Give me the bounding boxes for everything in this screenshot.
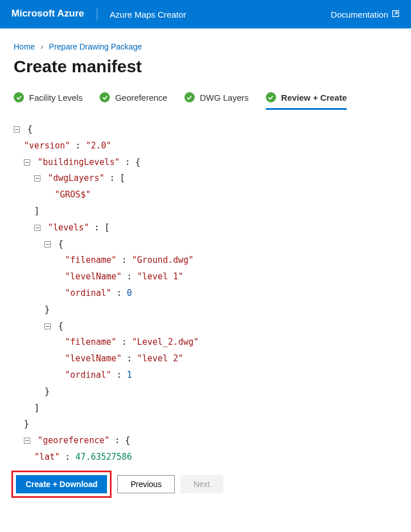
collapse-icon[interactable]: − — [24, 438, 30, 444]
json-value: "level 1" — [137, 271, 183, 282]
json-value: 47.63527586 — [75, 452, 131, 462]
tab-label: Facility Levels — [29, 93, 83, 102]
tab-georeference[interactable]: Georeference — [100, 86, 167, 110]
wizard-footer: Create + Download Previous Next — [0, 465, 411, 508]
highlight-box: Create + Download — [11, 471, 112, 498]
wizard-tabs: Facility Levels Georeference DWG Layers … — [0, 86, 411, 113]
app-label: Azure Maps Creator — [97, 10, 186, 19]
top-header: Microsoft Azure Azure Maps Creator Docum… — [0, 0, 411, 28]
breadcrumb: Home › Prepare Drawing Package — [0, 28, 411, 57]
brand-label: Microsoft Azure — [11, 8, 97, 20]
tab-facility-levels[interactable]: Facility Levels — [14, 86, 83, 110]
json-value: "2.0" — [85, 141, 111, 151]
breadcrumb-page[interactable]: Prepare Drawing Package — [49, 42, 142, 51]
manifest-json-viewer: − { "version" : "2.0" − "buildingLevels"… — [0, 113, 411, 465]
page-title: Create manifest — [0, 57, 411, 86]
json-value: 0 — [127, 288, 132, 298]
check-icon — [100, 92, 110, 102]
tab-review-create[interactable]: Review + Create — [266, 86, 347, 110]
json-value: 1 — [127, 370, 132, 380]
create-download-button[interactable]: Create + Download — [16, 475, 107, 493]
external-link-icon — [392, 10, 400, 19]
breadcrumb-home[interactable]: Home — [14, 42, 35, 51]
check-icon — [184, 92, 195, 102]
chevron-right-icon: › — [37, 42, 47, 51]
collapse-icon[interactable]: − — [24, 159, 30, 166]
documentation-link[interactable]: Documentation — [331, 10, 400, 19]
json-value: "Level_2.dwg" — [132, 337, 199, 347]
check-icon — [14, 92, 24, 102]
tab-label: Georeference — [115, 93, 167, 102]
collapse-icon[interactable]: − — [44, 241, 51, 248]
tab-label: Review + Create — [281, 93, 347, 102]
check-icon — [266, 92, 276, 102]
collapse-icon[interactable]: − — [14, 126, 20, 133]
next-button: Next — [180, 475, 223, 493]
json-value: "level 2" — [137, 353, 183, 364]
tab-label: DWG Layers — [200, 93, 249, 102]
json-value: "GROS$" — [55, 189, 91, 200]
collapse-icon[interactable]: − — [34, 175, 40, 182]
previous-button[interactable]: Previous — [117, 475, 174, 493]
collapse-icon[interactable]: − — [44, 323, 51, 329]
collapse-icon[interactable]: − — [34, 225, 40, 231]
json-value: "Ground.dwg" — [132, 255, 194, 265]
documentation-label: Documentation — [331, 10, 388, 19]
tab-dwg-layers[interactable]: DWG Layers — [184, 86, 249, 110]
